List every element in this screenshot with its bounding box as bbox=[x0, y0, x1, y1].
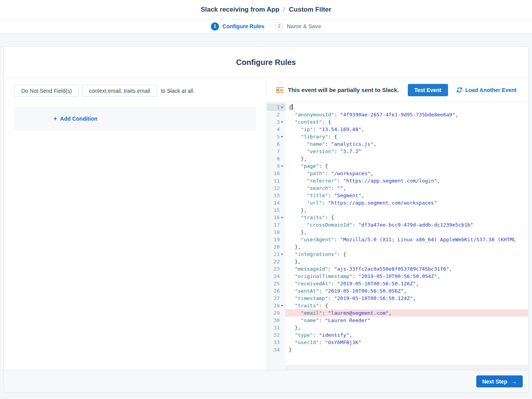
rule-action-dropdown[interactable]: Do Not Send Field(s) bbox=[14, 85, 79, 97]
editor-line[interactable]: }, bbox=[286, 206, 528, 214]
fold-toggle-icon[interactable] bbox=[281, 217, 283, 218]
editor-line[interactable]: "sentAt": "2019-05-10T00:56:50.056Z", bbox=[286, 287, 528, 295]
fold-toggle-icon[interactable] bbox=[281, 136, 283, 138]
fold-toggle-icon[interactable] bbox=[281, 165, 283, 167]
fold-toggle-icon[interactable] bbox=[281, 254, 283, 255]
editor-line[interactable]: "userAgent": "Mozilla/5.0 (X11; Linux x8… bbox=[286, 236, 528, 243]
editor-line[interactable]: } bbox=[286, 346, 528, 353]
editor-gutter-line: 15 bbox=[267, 206, 286, 214]
editor-line[interactable]: }, bbox=[286, 155, 528, 162]
fold-toggle-icon[interactable] bbox=[281, 121, 283, 123]
editor-line[interactable]: "search": "", bbox=[286, 184, 528, 192]
json-event-editor[interactable]: 1234567891011121314151617181920212223242… bbox=[267, 102, 528, 370]
editor-gutter-line: 32 bbox=[267, 331, 286, 339]
rule-suffix-text: to Slack at all. bbox=[161, 88, 195, 94]
editor-line[interactable]: "version": "3.7.2" bbox=[286, 148, 528, 155]
editor-line[interactable]: "type": "identify", bbox=[286, 331, 528, 339]
editor-line[interactable]: "referrer": "https://app.segment.com/log… bbox=[286, 177, 528, 184]
editor-gutter-line: 7 bbox=[267, 148, 286, 155]
add-condition-label: Add Condition bbox=[60, 116, 97, 122]
editor-line[interactable]: "context": { bbox=[286, 118, 528, 126]
editor-gutter-line: 18 bbox=[267, 228, 286, 236]
editor-line[interactable]: "name": "analytics.js", bbox=[286, 140, 528, 148]
fold-toggle-icon[interactable] bbox=[281, 107, 283, 108]
add-condition-button[interactable]: + Add Condition bbox=[53, 116, 98, 122]
editor-line[interactable]: }, bbox=[286, 258, 528, 265]
editor-line[interactable]: "ip": "13.54.169.48", bbox=[286, 126, 528, 133]
rule-fields-dropdown[interactable]: context.email, traits.email bbox=[82, 85, 157, 97]
event-status-text: This event will be partially sent to Sla… bbox=[288, 87, 399, 93]
editor-line[interactable]: "crossDomainId": "df3a47ee-bcc9-479d-add… bbox=[286, 221, 528, 228]
editor-gutter-line: 23 bbox=[267, 265, 286, 273]
editor-gutter-line: 11 bbox=[267, 177, 286, 184]
editor-line[interactable]: "title": "Segment", bbox=[286, 192, 528, 199]
editor-line[interactable]: "email": "lauren@segment.com", bbox=[286, 309, 528, 317]
rule-row: Do Not Send Field(s) context.email, trai… bbox=[14, 85, 256, 97]
editor-line[interactable]: "traits": { bbox=[286, 214, 528, 221]
add-condition-box: + Add Condition bbox=[14, 107, 256, 131]
breadcrumb-filter: Custom Filter bbox=[289, 6, 332, 14]
editor-line[interactable]: "timestamp": "2019-05-10T00:56:50.124Z", bbox=[286, 295, 528, 302]
fold-toggle-icon[interactable] bbox=[281, 305, 283, 307]
editor-gutter-line: 33 bbox=[267, 339, 286, 346]
editor-gutter-line: 6 bbox=[267, 140, 286, 148]
step-configure-rules[interactable]: 1 Configure Rules bbox=[211, 22, 264, 31]
editor-gutter: 1234567891011121314151617181920212223242… bbox=[267, 102, 286, 370]
editor-line[interactable]: "messageId": "ajs-33ffc2ac0a550e8f053789… bbox=[286, 265, 528, 273]
editor-line[interactable]: }, bbox=[286, 243, 528, 251]
breadcrumb-destination: Slack receiving from App bbox=[201, 6, 279, 14]
breadcrumb-separator: / bbox=[279, 6, 289, 14]
refresh-icon bbox=[457, 87, 462, 93]
step-1-circle: 1 bbox=[211, 22, 219, 31]
editor-gutter-line: 13 bbox=[267, 192, 286, 199]
editor-line[interactable]: "path": "/workspaces", bbox=[286, 170, 528, 177]
editor-gutter-line: 24 bbox=[267, 273, 286, 280]
page-header: Slack receiving from App / Custom Filter bbox=[0, 0, 532, 20]
editor-gutter-line: 22 bbox=[267, 258, 286, 265]
step-name-and-save[interactable]: 2 Name & Save bbox=[275, 22, 321, 31]
test-event-button[interactable]: Test Event bbox=[408, 84, 448, 96]
editor-gutter-line: 2 bbox=[267, 111, 286, 118]
editor-gutter-line: 12 bbox=[267, 184, 286, 192]
editor-line[interactable]: "receivedAt": "2019-05-10T00:56:50.126Z"… bbox=[286, 280, 528, 287]
editor-gutter-line: 26 bbox=[267, 287, 286, 295]
next-step-button[interactable]: Next Step → bbox=[476, 375, 523, 387]
step-2-label: Name & Save bbox=[287, 23, 321, 29]
editor-gutter-line: 17 bbox=[267, 221, 286, 228]
editor-gutter-line: 28 bbox=[267, 302, 286, 309]
editor-gutter-line: 29 bbox=[267, 309, 286, 317]
editor-gutter-line: 9 bbox=[267, 162, 286, 170]
load-another-event-label: Load Another Event bbox=[465, 87, 517, 93]
plus-icon: + bbox=[53, 116, 57, 122]
editor-gutter-line: 21 bbox=[267, 251, 286, 258]
partial-send-icon bbox=[276, 87, 284, 93]
editor-line[interactable]: "integrations": { bbox=[286, 251, 528, 258]
editor-gutter-line: 27 bbox=[267, 295, 286, 302]
editor-code-area[interactable]: { "anonymousId": "4f9390ae-2657-4fe1-9d9… bbox=[286, 102, 528, 370]
editor-line[interactable]: }, bbox=[286, 324, 528, 331]
load-another-event-button[interactable]: Load Another Event bbox=[457, 87, 517, 93]
event-header: This event will be partially sent to Sla… bbox=[267, 78, 528, 102]
step-1-label: Configure Rules bbox=[222, 23, 264, 29]
editor-gutter-line: 5 bbox=[267, 133, 286, 140]
editor-gutter-line: 30 bbox=[267, 317, 286, 324]
editor-line[interactable]: "anonymousId": "4f9390ae-2657-4fe1-9d95-… bbox=[286, 111, 528, 118]
editor-line[interactable]: }, bbox=[286, 228, 528, 236]
card-body: Do Not Send Field(s) context.email, trai… bbox=[4, 78, 528, 370]
editor-gutter-line: 31 bbox=[267, 324, 286, 331]
editor-line[interactable]: "name": "Lauren Reeder" bbox=[286, 317, 528, 324]
configure-rules-card: Configure Rules Do Not Send Field(s) con… bbox=[3, 46, 529, 393]
editor-line[interactable]: "library": { bbox=[286, 133, 528, 140]
step-2-circle: 2 bbox=[275, 22, 283, 31]
editor-line[interactable]: "traits": { bbox=[286, 302, 528, 309]
editor-line[interactable]: "page": { bbox=[286, 162, 528, 170]
editor-line[interactable]: "userId": "OsY6MFBj1K" bbox=[286, 339, 528, 346]
editor-gutter-line: 10 bbox=[267, 170, 286, 177]
editor-gutter-line: 34 bbox=[267, 346, 286, 353]
editor-horizontal-scrollbar[interactable] bbox=[286, 365, 528, 370]
card-footer: Next Step → bbox=[4, 370, 528, 392]
next-step-label: Next Step bbox=[482, 379, 507, 385]
editor-line[interactable]: "originalTimestamp": "2019-05-10T00:56:5… bbox=[286, 273, 528, 280]
editor-line[interactable]: "url": "https://app.segment.com/workspac… bbox=[286, 199, 528, 206]
editor-line[interactable]: { bbox=[286, 104, 528, 111]
